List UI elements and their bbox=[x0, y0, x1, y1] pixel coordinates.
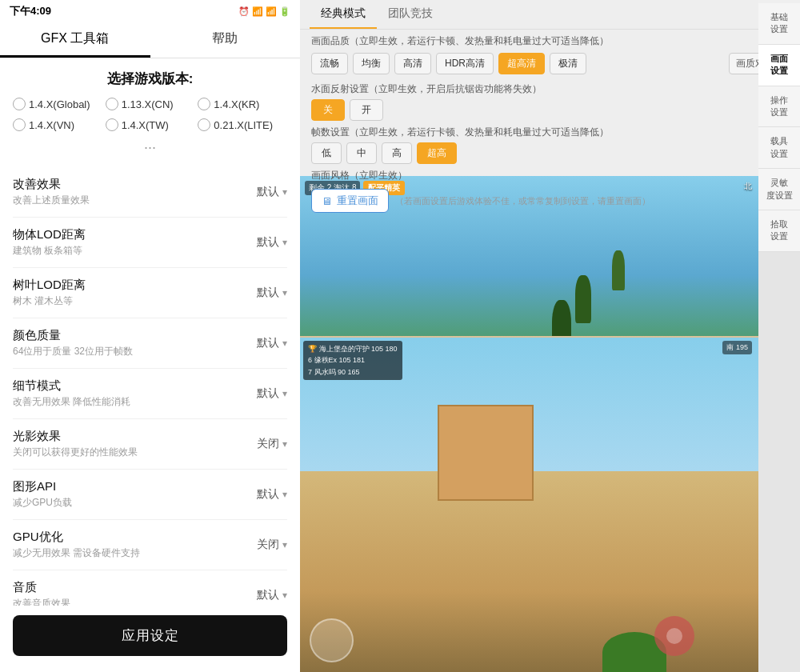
tab-classic-mode[interactable]: 经典模式 bbox=[310, 0, 377, 29]
setting-shadow-title: 光影效果 bbox=[13, 429, 257, 444]
fps-mid[interactable]: 中 bbox=[346, 142, 377, 164]
radio-cn[interactable] bbox=[106, 98, 118, 110]
more-ellipsis: ··· bbox=[13, 136, 287, 162]
fire-icon bbox=[665, 626, 684, 646]
right-panel: 经典模式 团队竞技 画面品质（立即生效，若运行卡顿、发热量和耗电量过大可适当降低… bbox=[300, 0, 800, 672]
joystick-bottom bbox=[310, 618, 354, 662]
fps-low[interactable]: 低 bbox=[311, 142, 342, 164]
quality-ultra[interactable]: 超高清 bbox=[498, 53, 545, 74]
tree-2 bbox=[612, 250, 625, 290]
side-menu-graphics[interactable]: 画面设置 bbox=[758, 45, 800, 86]
quality-hdr[interactable]: HDR高清 bbox=[436, 53, 494, 74]
setting-lod-foliage[interactable]: 树叶LOD距离 树木 灌木丛等 默认 ▾ bbox=[13, 268, 287, 318]
radio-kr[interactable] bbox=[198, 98, 210, 110]
overlay-tabs: 经典模式 团队竞技 bbox=[300, 0, 800, 30]
quality-hd[interactable]: 高清 bbox=[394, 53, 431, 74]
fps-high[interactable]: 高 bbox=[382, 142, 412, 164]
fps-label: 帧数设置（立即生效，若运行卡顿、发热量和耗电量过大可适当降低） bbox=[311, 126, 789, 139]
setting-graphics-api-right[interactable]: 默认 ▾ bbox=[257, 487, 287, 502]
radio-lite[interactable] bbox=[198, 118, 210, 131]
setting-lod-object-right[interactable]: 默认 ▾ bbox=[257, 235, 287, 250]
time: 下午4:09 bbox=[10, 4, 51, 18]
tab-team-match[interactable]: 团队竞技 bbox=[377, 0, 444, 29]
setting-shadow-left: 光影效果 关闭可以获得更好的性能效果 bbox=[13, 429, 257, 459]
tab-bar: GFX 工具箱 帮助 bbox=[0, 22, 300, 58]
version-cn[interactable]: 1.13.X(CN) bbox=[106, 98, 195, 110]
radio-vn[interactable] bbox=[13, 118, 26, 131]
water-on[interactable]: 开 bbox=[350, 99, 383, 121]
setting-color-quality-right[interactable]: 默认 ▾ bbox=[257, 336, 287, 350]
apply-button[interactable]: 应用设定 bbox=[13, 615, 287, 656]
version-title: 选择游戏版本: bbox=[13, 70, 287, 88]
tab-gfx[interactable]: GFX 工具箱 bbox=[0, 22, 150, 58]
radio-tw[interactable] bbox=[106, 118, 118, 131]
setting-lod-object[interactable]: 物体LOD距离 建筑物 板条箱等 默认 ▾ bbox=[13, 218, 287, 268]
setting-improve-effects[interactable]: 改善效果 改善上述质量效果 默认 ▾ bbox=[13, 167, 287, 218]
version-label-tw: 1.4.X(TW) bbox=[122, 119, 169, 131]
score-row-1: 🏆 海上堡垒的守护 105 180 bbox=[308, 343, 398, 354]
reset-label: 重置画面 bbox=[337, 194, 378, 208]
tab-help[interactable]: 帮助 bbox=[150, 22, 301, 58]
apply-btn-wrap: 应用设定 bbox=[0, 606, 300, 672]
setting-detail-mode-right[interactable]: 默认 ▾ bbox=[257, 386, 287, 401]
side-menu-pickup[interactable]: 拾取设置 bbox=[758, 210, 800, 252]
side-menu-controls[interactable]: 操作设置 bbox=[758, 86, 800, 128]
quality-balanced[interactable]: 均衡 bbox=[353, 53, 390, 74]
version-label-cn: 1.13.X(CN) bbox=[122, 98, 174, 110]
setting-audio-quality-right[interactable]: 默认 ▾ bbox=[257, 588, 287, 602]
fire-button[interactable] bbox=[654, 616, 694, 656]
setting-lod-object-title: 物体LOD距离 bbox=[13, 227, 257, 242]
setting-detail-mode[interactable]: 细节模式 改善无用效果 降低性能消耗 默认 ▾ bbox=[13, 369, 287, 419]
version-global[interactable]: 1.4.X(Global) bbox=[13, 98, 102, 110]
side-menu-basic[interactable]: 基础设置 bbox=[758, 3, 800, 45]
setting-gpu-optimize[interactable]: GPU优化 减少无用效果 需设备硬件支持 关闭 ▾ bbox=[13, 520, 287, 570]
setting-gpu-optimize-value: 关闭 bbox=[257, 538, 279, 552]
setting-detail-mode-subtitle: 改善无用效果 降低性能消耗 bbox=[13, 395, 257, 409]
quality-buttons: 流畅 均衡 高清 HDR高清 超高清 极清 画质对比 ▾ bbox=[311, 53, 789, 74]
setting-gpu-optimize-left: GPU优化 减少无用效果 需设备硬件支持 bbox=[13, 530, 257, 560]
setting-lod-foliage-subtitle: 树木 灌木丛等 bbox=[13, 294, 257, 308]
quality-smooth[interactable]: 流畅 bbox=[311, 53, 348, 74]
setting-shadow-right[interactable]: 关闭 ▾ bbox=[257, 437, 287, 451]
setting-audio-quality-title: 音质 bbox=[13, 580, 257, 595]
setting-color-quality-left: 颜色质量 64位用于质量 32位用于帧数 bbox=[13, 328, 257, 358]
fps-ultra[interactable]: 超高 bbox=[417, 142, 457, 164]
side-menu-sensitivity[interactable]: 灵敏度设置 bbox=[758, 169, 800, 210]
water-off[interactable]: 关 bbox=[311, 99, 345, 121]
chevron-down-icon: ▾ bbox=[282, 590, 287, 601]
setting-graphics-api[interactable]: 图形API 减少GPU负载 默认 ▾ bbox=[13, 470, 287, 520]
chevron-down-icon: ▾ bbox=[282, 388, 287, 399]
setting-audio-quality-value: 默认 bbox=[257, 588, 279, 602]
score-row-2: 6 缘秩Ex 105 181 bbox=[308, 354, 398, 366]
setting-lod-foliage-title: 树叶LOD距离 bbox=[13, 278, 257, 293]
version-grid: 1.4.X(Global) 1.13.X(CN) 1.4.X(KR) 1.4.X… bbox=[13, 98, 287, 131]
chevron-down-icon: ▾ bbox=[282, 338, 287, 349]
version-vn[interactable]: 1.4.X(VN) bbox=[13, 118, 102, 131]
version-kr[interactable]: 1.4.X(KR) bbox=[198, 98, 287, 110]
game-background-bottom: 🏆 海上堡垒的守护 105 180 6 缘秩Ex 105 181 7 风水吗 9… bbox=[300, 336, 758, 672]
quality-section: 画面品质（立即生效，若运行卡顿、发热量和耗电量过大可适当降低） 流畅 均衡 高清… bbox=[300, 30, 800, 81]
water-section: 水面反射设置（立即生效，开启后抗锯齿功能将失效） 关 开 bbox=[300, 81, 800, 124]
version-label-vn: 1.4.X(VN) bbox=[29, 119, 74, 131]
setting-detail-mode-title: 细节模式 bbox=[13, 378, 257, 394]
setting-lod-foliage-right[interactable]: 默认 ▾ bbox=[257, 286, 287, 300]
reset-button[interactable]: 🖥 重置画面 bbox=[311, 189, 389, 213]
chevron-down-icon: ▾ bbox=[282, 489, 287, 500]
side-menu-vehicle[interactable]: 载具设置 bbox=[758, 127, 800, 169]
chevron-down-icon: ▾ bbox=[282, 287, 287, 298]
setting-shadow[interactable]: 光影效果 关闭可以获得更好的性能效果 关闭 ▾ bbox=[13, 419, 287, 470]
quality-extreme[interactable]: 极清 bbox=[550, 53, 586, 74]
setting-improve-effects-title: 改善效果 bbox=[13, 177, 257, 192]
version-lite[interactable]: 0.21.X(LITE) bbox=[198, 118, 287, 131]
setting-improve-effects-right[interactable]: 默认 ▾ bbox=[257, 185, 287, 199]
setting-color-quality[interactable]: 颜色质量 64位用于质量 32位用于帧数 默认 ▾ bbox=[13, 318, 287, 369]
setting-shadow-value: 关闭 bbox=[257, 437, 279, 451]
chevron-down-icon: ▾ bbox=[282, 237, 287, 248]
radio-global[interactable] bbox=[13, 98, 26, 110]
setting-gpu-optimize-right[interactable]: 关闭 ▾ bbox=[257, 538, 287, 552]
tree-1 bbox=[575, 275, 591, 323]
version-tw[interactable]: 1.4.X(TW) bbox=[106, 118, 195, 131]
chevron-down-icon: ▾ bbox=[282, 186, 287, 198]
style-section: 画面风格（立即生效） bbox=[300, 167, 800, 186]
setting-audio-quality[interactable]: 音质 改善音质效果 默认 ▾ bbox=[13, 570, 287, 606]
